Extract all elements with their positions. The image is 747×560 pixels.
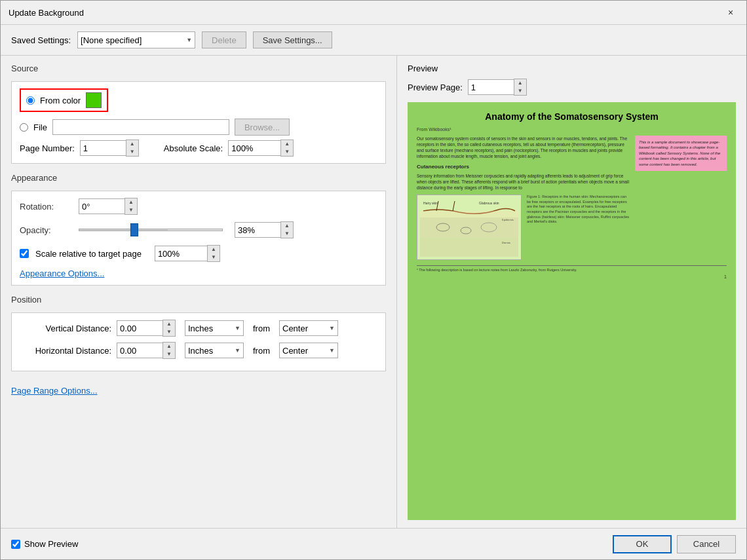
rotation-input[interactable] [79, 198, 125, 214]
preview-footnote: ¹ The following description is based on … [417, 265, 727, 272]
update-background-dialog: Update Background × Saved Settings: [Non… [0, 0, 747, 560]
title-bar: Update Background × [1, 1, 746, 25]
preview-page-spinner: ▲ ▼ [468, 79, 527, 96]
rotation-spinner: ▲ ▼ [79, 198, 138, 215]
cancel-button[interactable]: Cancel [677, 535, 736, 553]
scale-input[interactable] [155, 246, 207, 261]
saved-settings-select[interactable]: [None specified] [77, 31, 195, 48]
browse-button[interactable]: Browse... [235, 119, 290, 136]
opacity-down[interactable]: ▼ [281, 230, 293, 238]
vertical-from-wrapper: Center Top Left Top Right Bottom Left Bo… [279, 320, 338, 336]
preview-page-spinner-buttons: ▲ ▼ [514, 79, 527, 96]
rotation-label: Rotation: [20, 202, 72, 212]
scale-down[interactable]: ▼ [208, 253, 220, 261]
opacity-up[interactable]: ▲ [281, 222, 293, 230]
file-radio[interactable] [20, 123, 28, 132]
preview-doc-title: Anatomy of the Somatosensory System [417, 111, 727, 122]
absolute-scale-spinner: ▲ ▼ [228, 140, 294, 157]
from-color-row: From color [20, 88, 108, 112]
page-number-down[interactable]: ▼ [126, 148, 138, 156]
horizontal-distance-row: Horizontal Distance: ▲ ▼ Inches Centi [20, 342, 377, 359]
from-color-radio[interactable] [26, 96, 35, 105]
show-preview-checkbox[interactable] [11, 540, 20, 549]
scale-spinner-buttons: ▲ ▼ [207, 245, 220, 262]
opacity-row: Opacity: ▲ ▼ [20, 221, 377, 238]
preview-from: From Wikibooks¹ [417, 127, 727, 132]
horizontal-spinner-buttons: ▲ ▼ [163, 342, 176, 359]
file-path-input[interactable] [52, 119, 229, 135]
color-swatch[interactable] [86, 92, 102, 108]
page-number-row: Page Number: ▲ ▼ Absolute Scale: [20, 140, 377, 157]
preview-image-area: Hairy skin Glabrous skin Epidermis Dermi… [417, 195, 630, 260]
horizontal-from-label: from [253, 346, 270, 356]
preview-main-text-2: Sensory information from Meissner corpus… [417, 173, 630, 191]
opacity-label: Opacity: [20, 225, 72, 235]
absolute-scale-input[interactable] [228, 140, 280, 156]
horizontal-input[interactable] [117, 343, 163, 358]
preview-page-up[interactable]: ▲ [514, 79, 526, 87]
save-settings-button[interactable]: Save Settings... [253, 31, 332, 48]
vertical-input[interactable] [117, 320, 163, 336]
preview-page-input[interactable] [468, 79, 514, 95]
appearance-section: Appearance Rotation: ▲ ▼ [11, 173, 386, 286]
page-number-input[interactable] [80, 140, 126, 156]
rotation-up[interactable]: ▲ [125, 198, 137, 206]
preview-page-number: 1 [417, 274, 727, 279]
vertical-unit-select[interactable]: Inches Centimeters Points [185, 320, 244, 336]
page-preview: Anatomy of the Somatosensory System From… [408, 102, 736, 520]
svg-rect-12 [420, 237, 518, 257]
opacity-input[interactable] [235, 222, 280, 238]
vertical-from-label: from [253, 324, 270, 333]
absolute-scale-down[interactable]: ▼ [281, 148, 293, 156]
page-range-link[interactable]: Page Range Options... [11, 386, 386, 396]
saved-settings-wrapper: [None specified] [77, 31, 195, 48]
preview-sidebar-col: This is a sample document to showcase pa… [635, 136, 727, 260]
position-section: Position Vertical Distance: ▲ ▼ [11, 295, 386, 371]
page-number-spinner-buttons: ▲ ▼ [126, 140, 139, 157]
diagram-svg: Hairy skin Glabrous skin Epidermis Dermi… [420, 198, 518, 257]
preview-page-down[interactable]: ▼ [514, 87, 526, 95]
preview-container: Anatomy of the Somatosensory System From… [408, 102, 736, 520]
horizontal-unit-select[interactable]: Inches Centimeters Points [185, 343, 244, 358]
svg-rect-10 [420, 211, 518, 217]
appearance-options-link[interactable]: Appearance Options... [20, 269, 104, 278]
vertical-down[interactable]: ▼ [163, 328, 175, 336]
absolute-scale-label: Absolute Scale: [164, 143, 223, 153]
horizontal-up[interactable]: ▲ [163, 343, 175, 350]
preview-body: Our somatosensory system consists of sen… [417, 136, 727, 260]
rotation-down[interactable]: ▼ [125, 206, 137, 214]
page-number-label: Page Number: [20, 143, 75, 153]
horizontal-unit-wrapper: Inches Centimeters Points [185, 343, 244, 358]
vertical-spinner: ▲ ▼ [117, 320, 176, 337]
preview-diagram: Hairy skin Glabrous skin Epidermis Dermi… [417, 195, 522, 260]
page-number-spinner: ▲ ▼ [80, 140, 139, 157]
preview-subtitle-1: Cutaneous receptors [417, 163, 630, 170]
preview-pink-box: This is a sample document to showcase pa… [635, 136, 727, 171]
delete-button[interactable]: Delete [202, 31, 246, 48]
opacity-slider[interactable] [79, 229, 223, 231]
main-content: Source From color File Browse... [1, 56, 746, 528]
scale-up[interactable]: ▲ [208, 246, 220, 253]
opacity-spinner-buttons: ▲ ▼ [280, 221, 294, 238]
horizontal-down[interactable]: ▼ [163, 350, 175, 358]
saved-settings-label: Saved Settings: [11, 35, 71, 45]
page-number-up[interactable]: ▲ [126, 140, 138, 148]
vertical-from-select[interactable]: Center Top Left Top Right Bottom Left Bo… [279, 320, 338, 336]
preview-title: Preview [408, 64, 736, 73]
scale-checkbox[interactable] [20, 249, 29, 258]
close-button[interactable]: × [723, 5, 738, 20]
absolute-scale-spinner-buttons: ▲ ▼ [280, 140, 294, 157]
absolute-scale-up[interactable]: ▲ [281, 140, 293, 148]
horizontal-label: Horizontal Distance: [20, 346, 111, 356]
scale-row: Scale relative to target page ▲ ▼ [20, 245, 377, 262]
ok-button[interactable]: OK [613, 535, 672, 553]
source-section: Source From color File Browse... [11, 64, 386, 164]
horizontal-from-select[interactable]: Center Top Left Top Right Bottom Left Bo… [279, 343, 338, 358]
from-color-label: From color [40, 96, 81, 105]
rotation-row: Rotation: ▲ ▼ [20, 198, 377, 215]
opacity-value-spinner: ▲ ▼ [235, 221, 294, 238]
source-title: Source [11, 64, 386, 73]
vertical-up[interactable]: ▲ [163, 320, 175, 328]
preview-diagram-caption: Figure 1: Receptors in the human skin: M… [527, 195, 630, 260]
preview-main-col: Our somatosensory system consists of sen… [417, 136, 630, 260]
